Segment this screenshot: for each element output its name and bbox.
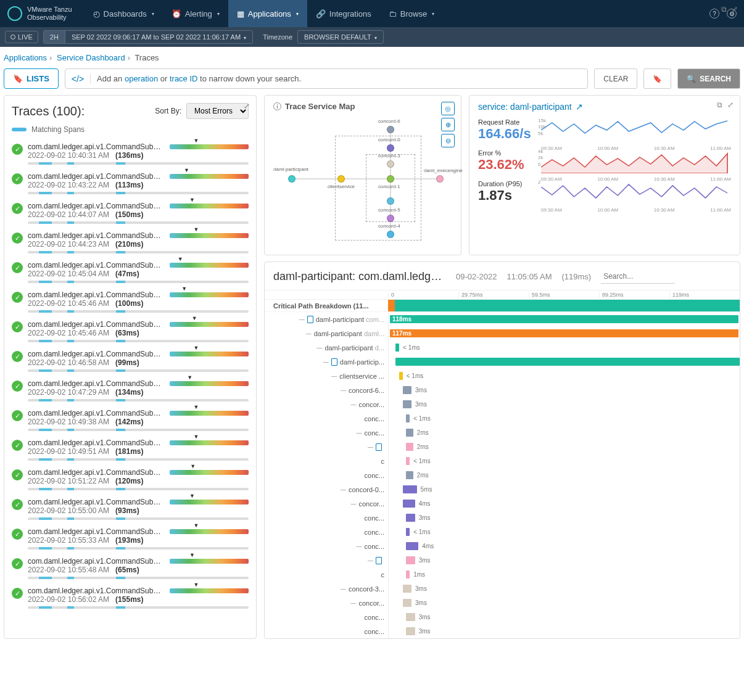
span-row[interactable]: — 2ms: [265, 440, 740, 454]
live-button[interactable]: LIVE: [5, 31, 38, 43]
sortby-select[interactable]: Most Errors: [186, 103, 249, 119]
span-row[interactable]: conc... 3ms: [265, 610, 740, 624]
time-range-custom[interactable]: SEP 02 2022 09:06:17 AM to SEP 02 2022 1…: [65, 31, 252, 43]
duration-p95-sparkline[interactable]: 209:30 AM10:00 AM10:30 AM11:00 AM: [541, 179, 731, 204]
span-row[interactable]: conc... 3ms: [265, 624, 740, 638]
span-track: 2ms: [388, 440, 740, 454]
collapse-icon[interactable]: —: [350, 401, 356, 408]
span-row[interactable]: c < 1ms: [265, 454, 740, 468]
collapse-icon[interactable]: —: [368, 558, 373, 564]
request-rate-sparkline[interactable]: 15k10k5k09:30 AM10:00 AM10:30 AM11:00 AM: [541, 118, 731, 142]
nav-dashboards[interactable]: ◴Dashboards▾: [85, 0, 163, 27]
trace-item[interactable]: ✓ com.daml.ledger.api.v1.CommandSubmissi…: [12, 228, 249, 257]
collapse-icon[interactable]: —: [341, 387, 346, 393]
trace-mini-bar: [28, 458, 249, 461]
request-rate-label: Request Rate: [478, 118, 534, 126]
breadcrumb-applications[interactable]: Applications: [4, 53, 47, 62]
nav-browse[interactable]: 🗀Browse▾: [380, 0, 443, 27]
nav-integrations[interactable]: 🔗Integrations: [307, 0, 380, 27]
trace-item[interactable]: ✓ com.daml.ledger.api.v1.CommandSubmissi…: [12, 435, 249, 464]
popout-icon[interactable]: ⧉: [717, 101, 722, 109]
trace-item[interactable]: ✓ com.daml.ledger.api.v1.CommandSubmissi…: [12, 583, 249, 612]
latency-spectrum: [170, 500, 249, 504]
trace-item[interactable]: ✓ com.daml.ledger.api.v1.CommandSubmissi…: [12, 524, 249, 553]
span-row[interactable]: —conc... 4ms: [265, 539, 740, 553]
span-row[interactable]: conc... < 1ms: [265, 411, 740, 426]
trace-mini-bar: [28, 251, 249, 253]
clear-button[interactable]: CLEAR: [594, 68, 637, 89]
span-row[interactable]: —concor... 3ms: [265, 397, 740, 411]
collapse-icon[interactable]: —: [341, 487, 346, 493]
span-row[interactable]: —daml-participant daml... 117ms: [265, 326, 740, 340]
info-icon[interactable]: i: [273, 102, 281, 110]
span-row[interactable]: conc... 2ms: [265, 468, 740, 482]
span-row[interactable]: —daml-participant com... 118ms: [265, 312, 740, 326]
collapse-icon[interactable]: —: [316, 345, 322, 351]
span-row[interactable]: —concor... 3ms: [265, 596, 740, 610]
collapse-icon[interactable]: —: [357, 430, 362, 436]
trace-item[interactable]: ✓ com.daml.ledger.api.v1.CommandSubmissi…: [12, 316, 249, 346]
search-button[interactable]: 🔍SEARCH: [677, 68, 740, 89]
span-row[interactable]: — 3ms: [265, 553, 740, 567]
trace-item[interactable]: ✓ com.daml.ledger.api.v1.CommandSubmissi…: [12, 553, 249, 583]
query-input-wrap[interactable]: </> Add an operation or trace ID to narr…: [65, 68, 588, 89]
trace-item[interactable]: ✓ com.daml.ledger.api.v1.CommandSubmissi…: [12, 139, 249, 168]
nav-alerting[interactable]: ⏰Alerting▾: [163, 0, 228, 27]
span-row[interactable]: —concord-6... 3ms: [265, 383, 740, 397]
error-pct-sparkline[interactable]: 4k2k009:30 AM10:00 AM10:30 AM11:00 AM: [541, 149, 731, 173]
span-row[interactable]: —clientservice ... < 1ms: [265, 369, 740, 383]
success-icon: ✓: [12, 381, 23, 392]
critical-path-row[interactable]: Critical Path Breakdown (11...: [265, 300, 740, 312]
collapse-icon[interactable]: —: [350, 501, 356, 507]
span-row[interactable]: conc... < 1ms: [265, 525, 740, 539]
trace-detail-date: 09-02-2022: [456, 272, 497, 281]
bookmark-button[interactable]: 🔖: [643, 68, 671, 89]
breadcrumb-service-dashboard[interactable]: Service Dashboard: [57, 53, 125, 62]
span-row[interactable]: conc... 3ms: [265, 511, 740, 525]
popout-icon[interactable]: ⧉: [721, 5, 727, 14]
trace-item[interactable]: ✓ com.daml.ledger.api.v1.CommandSubmissi…: [12, 168, 249, 198]
lists-button[interactable]: 🔖LISTS: [4, 68, 59, 89]
trace-item[interactable]: ✓ com.daml.ledger.api.v1.CommandSubmissi…: [12, 198, 249, 228]
trace-item[interactable]: ✓ com.daml.ledger.api.v1.CommandSubmissi…: [12, 346, 249, 376]
trace-item[interactable]: ✓ com.daml.ledger.api.v1.CommandSubmissi…: [12, 257, 249, 287]
service-title[interactable]: service: daml-participant: [478, 102, 572, 112]
collapse-icon[interactable]: —: [357, 543, 362, 550]
collapse-icon[interactable]: —: [368, 444, 373, 450]
trace-item[interactable]: ✓ com.daml.ledger.api.v1.CommandSubmissi…: [12, 287, 249, 316]
timezone-select[interactable]: BROWSER DEFAULT ▾: [297, 30, 383, 44]
span-row[interactable]: —daml-participant d... < 1ms: [265, 340, 740, 355]
span-row[interactable]: —concor... 4ms: [265, 496, 740, 511]
trace-item[interactable]: ✓ com.daml.ledger.api.v1.CommandSubmissi…: [12, 494, 249, 524]
time-range-2h[interactable]: 2H: [44, 31, 65, 43]
span-name: clientservice ...: [339, 373, 384, 380]
collapse-icon[interactable]: —: [341, 586, 346, 592]
trace-item[interactable]: ✓ com.daml.ledger.api.v1.CommandSubmissi…: [12, 405, 249, 435]
success-icon: ✓: [12, 529, 23, 540]
span-row[interactable]: c 1ms: [265, 567, 740, 582]
span-row[interactable]: —concord-0... 5ms: [265, 482, 740, 496]
help-icon[interactable]: ?: [709, 9, 719, 19]
span-row[interactable]: —concord-3... 3ms: [265, 582, 740, 596]
logo-icon: [7, 6, 22, 21]
span-row[interactable]: —daml-particip... 116ms: [265, 355, 740, 369]
trace-item[interactable]: ✓ com.daml.ledger.api.v1.CommandSubmissi…: [12, 376, 249, 405]
nav-applications[interactable]: ▦Applications▾: [228, 0, 307, 27]
collapse-icon[interactable]: —: [323, 359, 329, 365]
service-map[interactable]: daml-participant clientservice concord-6…: [273, 117, 452, 241]
collapse-icon[interactable]: —: [350, 600, 356, 606]
collapse-icon[interactable]: —: [331, 373, 337, 379]
map-target-button[interactable]: ◎: [441, 102, 455, 115]
external-link-icon[interactable]: ↗: [576, 102, 583, 112]
brand-line1: VMware Tanzu: [27, 6, 72, 14]
expand-icon[interactable]: ⤢: [727, 101, 734, 109]
span-search-input[interactable]: [601, 270, 675, 284]
code-icon[interactable]: </>: [72, 74, 91, 84]
expand-icon[interactable]: ⤢: [732, 5, 738, 14]
span-row[interactable]: —conc... 2ms: [265, 426, 740, 440]
collapse-icon[interactable]: —: [299, 316, 305, 323]
collapse-icon[interactable]: —: [306, 331, 312, 337]
trace-item[interactable]: ✓ com.daml.ledger.api.v1.CommandSubmissi…: [12, 464, 249, 494]
expand-icon[interactable]: ⤢: [244, 102, 250, 110]
span-track: 3ms: [388, 397, 740, 411]
